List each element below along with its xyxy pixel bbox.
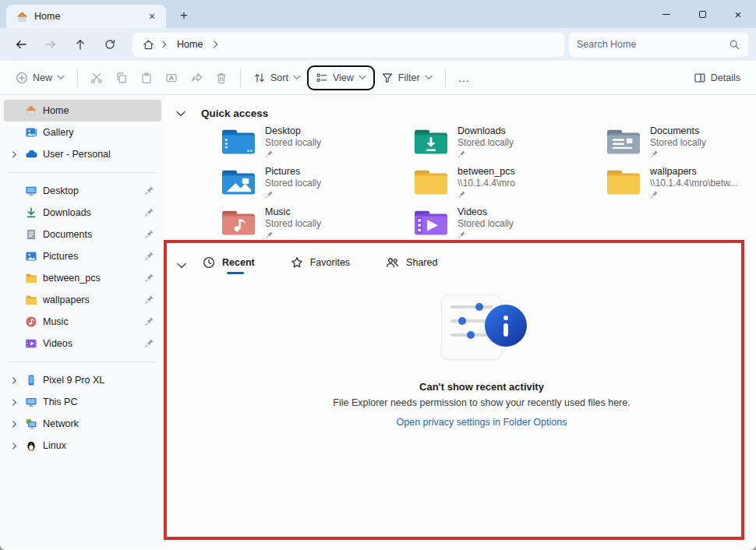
paste-button[interactable] [134, 68, 159, 88]
quick-access-item-videos[interactable]: Videos Stored locally [413, 206, 606, 247]
breadcrumb[interactable]: Home [132, 33, 564, 57]
maximize-icon [699, 11, 706, 18]
chevron-right-icon [11, 399, 18, 406]
command-bar: New Sort View [0, 61, 756, 95]
people-icon [386, 256, 399, 269]
tab-recent[interactable]: Recent [203, 256, 255, 274]
window-controls: × [648, 0, 756, 28]
refresh-icon [104, 38, 116, 51]
sidebar-item-gallery[interactable]: Gallery [4, 122, 161, 143]
filter-label: Filter [398, 72, 420, 83]
quick-access-item-desktop[interactable]: Desktop Stored locally [221, 125, 413, 166]
network-icon [25, 418, 37, 430]
breadcrumb-item-home[interactable]: Home [174, 39, 206, 50]
sidebar-item-wallpapers[interactable]: wallpapers [4, 289, 161, 311]
pin-icon [144, 251, 154, 261]
pin-icon [144, 273, 154, 283]
new-button[interactable]: New [9, 68, 71, 88]
item-name: Desktop [265, 125, 321, 137]
search-placeholder: Search Home [577, 39, 729, 50]
pictures-folder-icon [221, 167, 256, 197]
sidebar-item-pixel-9-pro-xl[interactable]: Pixel 9 Pro XL [4, 369, 161, 391]
more-options-button[interactable]: … [452, 67, 477, 88]
details-pane-icon [694, 72, 706, 84]
search-input[interactable]: Search Home [569, 33, 748, 57]
star-icon [291, 256, 303, 269]
back-button[interactable] [8, 33, 34, 56]
back-icon [15, 38, 27, 51]
pin-icon [144, 316, 154, 326]
pin-icon [144, 185, 154, 196]
sidebar-item-user-personal[interactable]: User - Personal [4, 143, 161, 165]
tab-shared[interactable]: Shared [386, 256, 437, 274]
rename-button[interactable] [159, 68, 184, 88]
new-tab-button[interactable]: + [174, 5, 194, 26]
active-tab-indicator [227, 272, 244, 274]
refresh-button[interactable] [97, 33, 123, 56]
up-button[interactable] [67, 33, 94, 56]
sidebar-item-desktop[interactable]: Desktop [4, 180, 161, 202]
quick-access-header[interactable]: Quick access [176, 108, 756, 119]
info-icon [485, 305, 527, 347]
videos-icon [25, 337, 37, 350]
pin-icon [650, 190, 659, 199]
item-sublabel: Stored locally [265, 178, 321, 189]
title-bar: Home × + × [0, 0, 756, 28]
minimize-button[interactable] [648, 0, 684, 28]
tab-favorites[interactable]: Favorites [291, 256, 350, 274]
quick-access-grid: Desktop Stored locally Downloads Stored … [221, 125, 756, 247]
cut-button[interactable] [84, 68, 109, 88]
folder-icon [25, 294, 37, 306]
details-button[interactable]: Details [687, 68, 747, 88]
quick-access-item-between-pcs[interactable]: between_pcs \\10.1.4.4\mro [413, 166, 606, 206]
new-label: New [33, 72, 52, 83]
tab-close-button[interactable]: × [144, 9, 160, 24]
phone-icon [25, 374, 37, 386]
tab-home[interactable]: Home × [6, 5, 166, 28]
quick-access-item-wallpapers[interactable]: wallpapers \\10.1.4.4\mro\betw... [606, 166, 756, 206]
content-area: Home Gallery User - Personal [0, 95, 756, 549]
copy-button[interactable] [109, 68, 134, 88]
filter-button[interactable]: Filter [375, 68, 439, 88]
sidebar-item-documents[interactable]: Documents [4, 224, 161, 245]
sidebar-item-videos[interactable]: Videos [4, 333, 161, 354]
downloads-icon [25, 206, 37, 219]
folder-icon [606, 167, 641, 197]
documents-icon [25, 228, 37, 241]
downloads-folder-icon [413, 127, 449, 157]
sidebar-item-this-pc[interactable]: This PC [4, 391, 161, 413]
sort-icon [253, 72, 266, 84]
view-label: View [333, 72, 354, 83]
quick-access-item-pictures[interactable]: Pictures Stored locally [221, 166, 413, 206]
share-button[interactable] [184, 68, 209, 88]
chevron-down-icon [359, 75, 366, 80]
breadcrumb-home-icon [142, 38, 154, 51]
pin-icon [265, 190, 274, 199]
close-icon: × [735, 9, 742, 20]
activity-collapse-chevron[interactable] [176, 260, 187, 271]
sidebar-item-between-pcs[interactable]: between_pcs [4, 267, 161, 289]
sidebar-item-home[interactable]: Home [4, 100, 161, 122]
sort-button[interactable]: Sort [247, 68, 307, 88]
sidebar-item-network[interactable]: Network [4, 413, 161, 435]
quick-access-item-downloads[interactable]: Downloads Stored locally [413, 125, 606, 166]
sidebar-item-linux[interactable]: Linux [4, 435, 161, 457]
quick-access-item-documents[interactable]: Documents Stored locally [606, 125, 756, 166]
forward-button[interactable] [37, 33, 64, 56]
view-button[interactable]: View [309, 68, 373, 88]
privacy-settings-link[interactable]: Open privacy settings in Folder Options [397, 417, 567, 428]
sidebar-item-pictures[interactable]: Pictures [4, 245, 161, 267]
desktop-icon [25, 185, 37, 197]
minimize-icon [662, 14, 670, 15]
close-button[interactable]: × [720, 0, 756, 28]
sidebar-item-downloads[interactable]: Downloads [4, 202, 161, 224]
sidebar-item-music[interactable]: Music [4, 311, 161, 333]
copy-icon [115, 72, 128, 84]
pin-icon [144, 207, 154, 217]
quick-access-item-music[interactable]: Music Stored locally [221, 206, 413, 247]
cut-icon [90, 72, 103, 84]
item-sublabel: Stored locally [265, 137, 321, 149]
maximize-button[interactable] [684, 0, 720, 28]
share-icon [190, 72, 203, 84]
delete-button[interactable] [209, 68, 234, 88]
